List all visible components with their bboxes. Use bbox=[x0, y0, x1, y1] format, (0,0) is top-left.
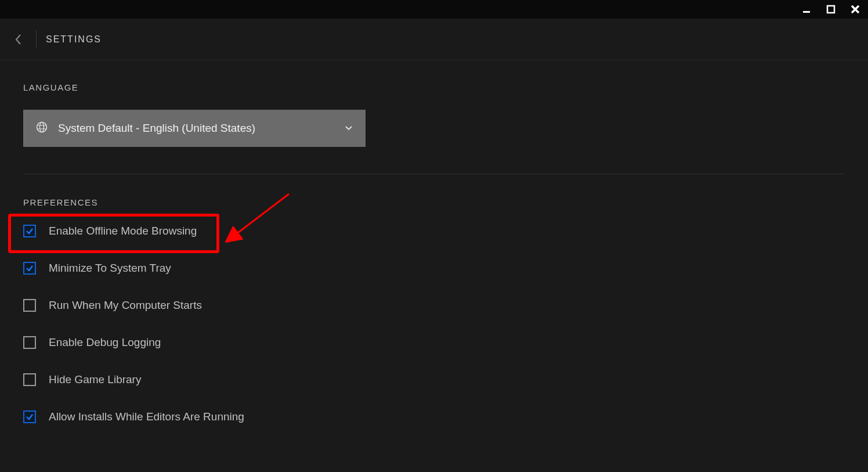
chevron-down-icon bbox=[345, 123, 353, 134]
preferences-section-title: PREFERENCES bbox=[23, 197, 845, 207]
check-icon bbox=[26, 264, 34, 272]
minimize-icon bbox=[802, 5, 811, 13]
svg-rect-0 bbox=[803, 11, 810, 13]
section-divider bbox=[23, 174, 845, 174]
titlebar bbox=[0, 0, 868, 19]
pref-minimize-to-tray[interactable]: Minimize To System Tray bbox=[23, 262, 845, 275]
pref-run-on-startup[interactable]: Run When My Computer Starts bbox=[23, 299, 845, 312]
header: SETTINGS bbox=[0, 19, 868, 60]
globe-icon bbox=[36, 121, 48, 135]
pref-label: Allow Installs While Editors Are Running bbox=[49, 410, 244, 423]
chevron-left-icon bbox=[15, 34, 22, 45]
pref-label: Enable Offline Mode Browsing bbox=[49, 225, 197, 237]
checkbox[interactable] bbox=[23, 373, 36, 386]
check-icon bbox=[26, 413, 34, 421]
pref-label: Hide Game Library bbox=[49, 373, 141, 386]
pref-label: Enable Debug Logging bbox=[49, 336, 161, 349]
checkbox[interactable] bbox=[23, 336, 36, 349]
svg-rect-1 bbox=[827, 6, 834, 13]
checkbox[interactable] bbox=[23, 262, 36, 275]
checkbox[interactable] bbox=[23, 225, 36, 237]
header-divider bbox=[36, 30, 37, 49]
maximize-button[interactable] bbox=[823, 1, 839, 17]
checkbox[interactable] bbox=[23, 299, 36, 312]
close-icon bbox=[850, 4, 860, 15]
svg-point-2 bbox=[37, 122, 47, 132]
back-button[interactable] bbox=[10, 31, 27, 48]
language-section-title: LANGUAGE bbox=[23, 82, 845, 92]
pref-label: Run When My Computer Starts bbox=[49, 299, 202, 312]
pref-label: Minimize To System Tray bbox=[49, 262, 171, 275]
page-title: SETTINGS bbox=[46, 34, 102, 45]
svg-point-3 bbox=[40, 122, 44, 132]
minimize-button[interactable] bbox=[798, 1, 815, 17]
preferences-list: Enable Offline Mode Browsing Minimize To… bbox=[23, 225, 845, 423]
close-button[interactable] bbox=[847, 1, 863, 17]
content-area: LANGUAGE System Default - English (Unite… bbox=[0, 60, 868, 472]
language-selected-label: System Default - English (United States) bbox=[58, 122, 345, 135]
maximize-icon bbox=[826, 5, 836, 14]
pref-enable-debug-logging[interactable]: Enable Debug Logging bbox=[23, 336, 845, 349]
pref-hide-game-library[interactable]: Hide Game Library bbox=[23, 373, 845, 386]
pref-allow-installs-while-editors-running[interactable]: Allow Installs While Editors Are Running bbox=[23, 410, 845, 423]
check-icon bbox=[26, 227, 34, 235]
checkbox[interactable] bbox=[23, 410, 36, 423]
pref-enable-offline-mode[interactable]: Enable Offline Mode Browsing bbox=[23, 225, 845, 237]
language-dropdown[interactable]: System Default - English (United States) bbox=[23, 110, 366, 147]
